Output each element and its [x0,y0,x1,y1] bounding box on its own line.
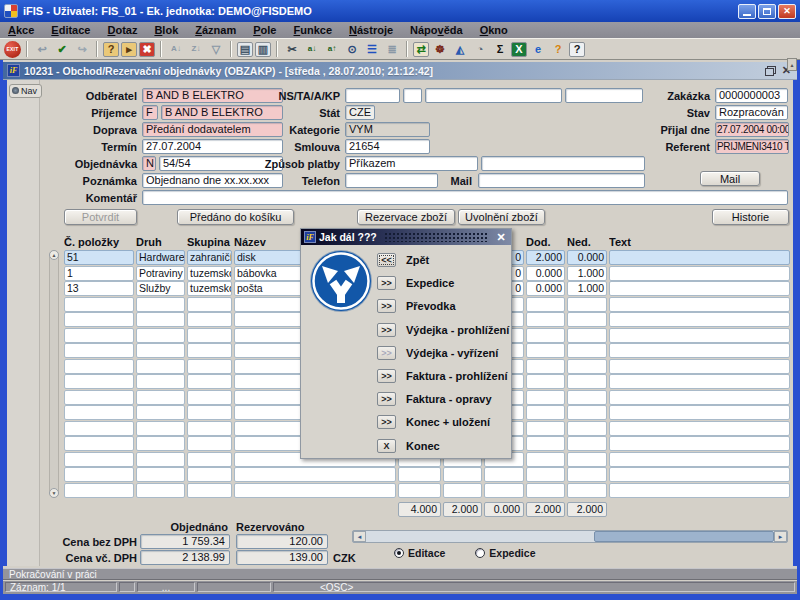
scroll-down-icon[interactable]: ▼ [49,488,59,498]
table-cell[interactable] [187,312,232,327]
dialog-button-prevodka[interactable]: >> [377,299,396,313]
table-cell[interactable] [187,467,232,482]
mail-button[interactable]: Mail [700,171,760,186]
telefon-field[interactable] [345,173,438,188]
table-cell[interactable]: 1.000 [567,266,607,281]
print-setup-icon[interactable]: ▥ [255,42,271,57]
rollback-icon[interactable]: ↩ [33,40,51,58]
table-cell[interactable] [609,343,790,358]
table-cell[interactable] [187,390,232,405]
table-cell[interactable] [64,467,134,482]
radio-expedice[interactable]: Expedice [475,547,535,559]
dialog-button-vydejka-prohlizeni[interactable]: >> [377,323,396,337]
table-cell[interactable] [567,452,607,467]
dialog-button-konec-ulozeni[interactable]: >> [377,415,396,429]
sort-descending-icon[interactable]: Z↓ [187,40,205,58]
dialog-button-faktura-opravy[interactable]: >> [377,392,396,406]
table-cell[interactable]: 0.000 [526,281,565,296]
table-cell[interactable]: 13 [64,281,134,296]
prijemce-flag-field[interactable]: F [142,105,158,120]
table-cell[interactable] [187,436,232,451]
table-cell[interactable] [64,405,134,420]
window-titlebar[interactable]: iFIS - Uživatel: FIS_01 - Ek. jednotka: … [0,0,800,22]
insert-record-icon[interactable]: a↓ [303,40,321,58]
stat-field[interactable]: CZE [345,105,375,120]
komentar-field[interactable] [142,190,788,205]
scroll-left-icon[interactable]: ◄ [353,531,366,542]
menu-item-zaznam[interactable]: Záznam [195,24,236,36]
enter-query-icon[interactable]: ? [103,42,119,57]
transfer-icon[interactable]: ⇄ [413,42,429,57]
ns-field-2[interactable] [403,88,422,103]
table-cell[interactable] [64,343,134,358]
table-cell[interactable] [526,467,565,482]
historie-button[interactable]: Historie [712,209,789,225]
table-cell[interactable] [187,297,232,312]
table-cell[interactable] [609,359,790,374]
table-cell[interactable] [526,483,565,498]
table-cell[interactable] [609,266,790,281]
table-cell[interactable] [526,374,565,389]
table-cell[interactable] [567,359,607,374]
table-cell[interactable] [64,421,134,436]
excel-icon[interactable]: X [511,42,527,57]
menu-item-nastroje[interactable]: Nástroje [349,24,393,36]
mdi-scroll-up-button[interactable]: ▲ [787,58,797,71]
table-cell[interactable] [526,405,565,420]
table-cell[interactable] [187,374,232,389]
scroll-right-icon[interactable]: ► [774,531,787,542]
table-cell[interactable] [64,374,134,389]
table-cell[interactable] [136,483,185,498]
table-cell[interactable] [567,328,607,343]
duplicate-record-icon[interactable]: a↑ [323,40,341,58]
print-icon[interactable]: ▤ [237,42,253,57]
radio-editace[interactable]: Editace [394,547,445,559]
cancel-query-icon[interactable]: ✖ [139,42,155,57]
table-cell[interactable] [64,436,134,451]
table-cell[interactable] [526,312,565,327]
dialog-button-faktura-prohlizeni[interactable]: >> [377,369,396,383]
table-cell[interactable] [567,405,607,420]
table-cell[interactable] [609,483,790,498]
table-cell[interactable] [567,483,607,498]
table-cell[interactable] [187,483,232,498]
table-cell[interactable] [187,328,232,343]
table-cell[interactable] [567,297,607,312]
filter-icon[interactable]: ▽ [207,40,225,58]
dialog-button-zpet[interactable]: << [377,253,396,267]
dialog-close-button[interactable]: ✕ [494,230,508,244]
table-cell[interactable]: 1.000 [567,281,607,296]
rezervace-zbozi-button[interactable]: Rezervace zboží [357,209,455,225]
table-cell[interactable]: 0.000 [567,250,607,265]
menu-item-editace[interactable]: Editace [51,24,90,36]
table-cell[interactable] [187,405,232,420]
table-cell[interactable] [234,467,396,482]
menu-item-blok[interactable]: Blok [154,24,178,36]
table-cell[interactable] [64,359,134,374]
stav-field[interactable]: Rozpracován [715,105,788,120]
table-cell[interactable] [64,452,134,467]
table-cell[interactable] [609,281,790,296]
pyramid-icon[interactable]: ◭ [451,40,469,58]
tree-icon[interactable]: ≣ [383,40,401,58]
table-cell[interactable]: 0.000 [526,266,565,281]
zpusob-platby-field[interactable]: Příkazem [345,156,478,171]
table-row[interactable] [64,483,792,498]
helm-icon[interactable]: ☸ [431,40,449,58]
table-cell[interactable]: tuzemsko [187,281,232,296]
table-cell[interactable]: Služby [136,281,185,296]
table-cell[interactable] [136,374,185,389]
table-cell[interactable] [609,421,790,436]
list-of-values-icon[interactable]: ☰ [363,40,381,58]
table-cell[interactable] [136,343,185,358]
execute-query-icon[interactable]: ▸ [121,42,137,57]
smlouva-field[interactable]: 21654 [345,139,430,154]
table-cell[interactable] [609,312,790,327]
table-cell[interactable] [443,483,482,498]
dialog-titlebar[interactable]: iF Jak dál ??? ✕ [301,229,511,245]
table-cell[interactable] [526,421,565,436]
minimize-button[interactable] [738,4,756,19]
table-cell[interactable] [484,483,524,498]
menu-item-dotaz[interactable]: Dotaz [107,24,137,36]
exit-icon[interactable]: EXIT [4,41,21,58]
